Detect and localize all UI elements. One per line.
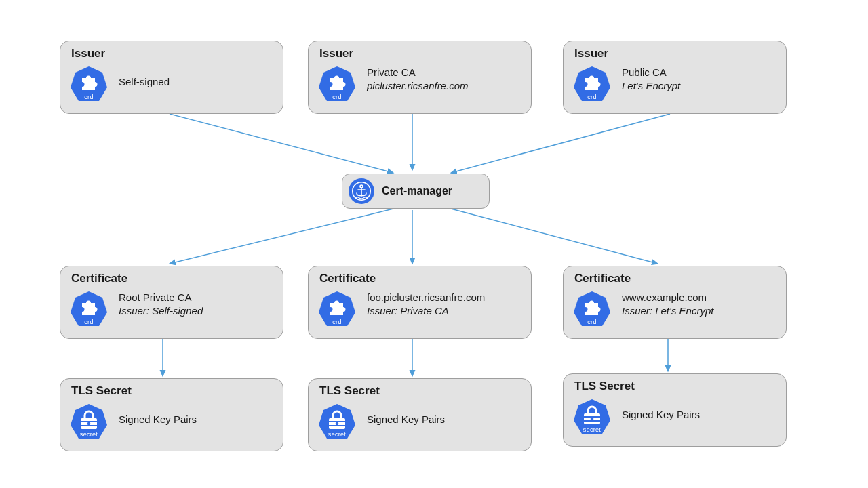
box-title: TLS Secret: [574, 380, 635, 393]
crd-icon: crd: [70, 66, 111, 106]
cert-manager-icon: [348, 178, 375, 205]
cert-manager-box: Cert-manager: [342, 174, 490, 209]
issuer-line2: picluster.ricsanfre.com: [367, 79, 469, 93]
box-title: Issuer: [574, 47, 608, 60]
svg-line-5: [451, 209, 658, 264]
svg-point-22: [336, 422, 339, 426]
issuer-box-3: Issuer crd Public CA Let's Encrypt: [563, 41, 787, 114]
crd-icon: crd: [573, 291, 614, 331]
secret-line1: Signed Key Pairs: [622, 408, 700, 422]
box-title: TLS Secret: [71, 384, 132, 398]
svg-line-2: [451, 114, 670, 173]
box-title: TLS Secret: [319, 384, 380, 398]
secret-line1: Signed Key Pairs: [367, 413, 445, 426]
crd-icon: crd: [318, 66, 359, 106]
cert-box-2: Certificate crd foo.picluster.ricsanfre.…: [308, 266, 532, 339]
secret-icon: secret: [573, 399, 614, 439]
cert-box-1: Certificate crd Root Private CA Issuer: …: [60, 266, 283, 339]
cert-line2: Issuer: Private CA: [367, 304, 485, 318]
box-title: Issuer: [319, 47, 353, 60]
box-title: Certificate: [71, 272, 127, 285]
issuer-box-1: Issuer crd Self-signed: [60, 41, 283, 114]
box-title: Certificate: [574, 272, 631, 285]
box-title: Certificate: [319, 272, 376, 285]
issuer-line1: Self-signed: [119, 75, 170, 89]
svg-line-3: [170, 209, 393, 264]
issuer-box-2: Issuer crd Private CA picluster.ricsanfr…: [308, 41, 532, 114]
cert-line2: Issuer: Self-signed: [119, 304, 203, 318]
cert-line1: www.example.com: [622, 291, 713, 304]
issuer-line1: Private CA: [367, 66, 469, 79]
secret-line1: Signed Key Pairs: [119, 413, 197, 426]
diagram-stage: Issuer crd Self-signed Issuer crd Privat…: [0, 0, 868, 488]
svg-point-18: [87, 422, 91, 426]
box-title: Issuer: [71, 47, 105, 60]
secret-box-1: TLS Secret secret Signed Key Pairs: [60, 378, 283, 451]
crd-icon: crd: [573, 66, 614, 106]
secret-icon: secret: [70, 403, 111, 444]
crd-icon: crd: [318, 291, 359, 331]
secret-box-3: TLS Secret secret Signed Key Pairs: [563, 373, 787, 447]
svg-point-26: [591, 418, 594, 421]
cert-line1: Root Private CA: [119, 291, 203, 304]
secret-icon: secret: [318, 403, 359, 444]
cert-line1: foo.picluster.ricsanfre.com: [367, 291, 485, 304]
secret-box-2: TLS Secret secret Signed Key Pairs: [308, 378, 532, 451]
issuer-line1: Public CA: [622, 66, 680, 79]
issuer-line2: Let's Encrypt: [622, 79, 680, 93]
cert-line2: Issuer: Let's Encrypt: [622, 304, 713, 318]
cert-box-3: Certificate crd www.example.com Issuer: …: [563, 266, 787, 339]
crd-icon: crd: [70, 291, 111, 331]
svg-line-0: [170, 114, 393, 173]
cert-manager-label: Cert-manager: [382, 185, 452, 197]
